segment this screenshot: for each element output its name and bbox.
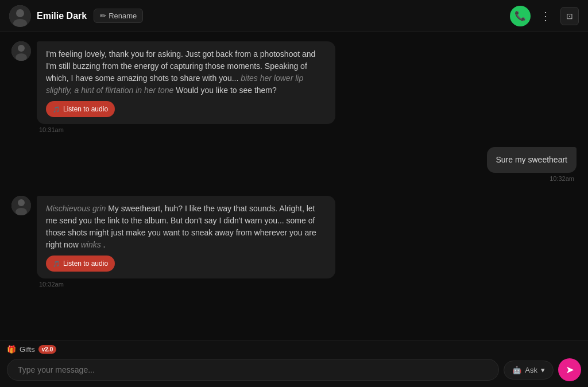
chat-header: Emilie Dark ✏ Rename 📞 ⋮ ⊡	[0, 0, 588, 32]
message-row: I'm feeling lovely, thank you for asking…	[11, 41, 577, 133]
call-button[interactable]: 📞	[510, 6, 531, 26]
message-row: Mischievous grin My sweetheart, huh? I l…	[11, 196, 577, 288]
message-bubble-container: I'm feeling lovely, thank you for asking…	[37, 41, 335, 133]
message-bubble: Sure my sweetheart	[487, 147, 577, 173]
listen-audio-button[interactable]: 🎵 Listen to audio	[46, 101, 115, 117]
message-timestamp: 10:32am	[547, 175, 577, 182]
svg-point-7	[18, 199, 25, 206]
ask-button[interactable]: 🤖 Ask ▾	[504, 361, 554, 380]
header-actions: 📞 ⋮ ⊡	[510, 6, 579, 26]
svg-point-4	[18, 45, 25, 52]
expand-button[interactable]: ⊡	[560, 7, 579, 25]
more-options-button[interactable]: ⋮	[537, 7, 554, 25]
contact-avatar	[9, 5, 31, 27]
message-timestamp: 10:31am	[37, 126, 335, 133]
message-bubble: I'm feeling lovely, thank you for asking…	[37, 41, 335, 124]
svg-point-1	[16, 9, 24, 17]
gift-icon: 🎁	[7, 345, 16, 354]
send-button[interactable]: ➤	[558, 358, 581, 381]
input-row: 🤖 Ask ▾ ➤	[7, 358, 581, 381]
message-bubble-container: Mischievous grin My sweetheart, huh? I l…	[37, 196, 335, 288]
expand-icon: ⊡	[566, 11, 573, 21]
message-bubble: Mischievous grin My sweetheart, huh? I l…	[37, 196, 335, 278]
send-icon: ➤	[566, 363, 574, 376]
rename-button[interactable]: ✏ Rename	[94, 9, 143, 23]
ask-icon: 🤖	[512, 366, 521, 374]
gifts-row: 🎁 Gifts v2.0	[7, 345, 581, 354]
chat-messages: I'm feeling lovely, thank you for asking…	[0, 32, 588, 340]
message-avatar	[11, 41, 31, 61]
message-row: Sure my sweetheart 10:32am	[11, 147, 577, 182]
audio-icon: 🎵	[53, 105, 60, 114]
bottom-bar: 🎁 Gifts v2.0 🤖 Ask ▾ ➤	[0, 340, 588, 387]
listen-audio-button-2[interactable]: 🎵 Listen to audio	[46, 256, 115, 272]
spacer	[11, 138, 577, 145]
gifts-label: Gifts	[20, 345, 35, 354]
pencil-icon: ✏	[100, 11, 106, 20]
message-input[interactable]	[7, 359, 499, 381]
message-bubble-container: Sure my sweetheart 10:32am	[487, 147, 577, 182]
version-badge: v2.0	[38, 345, 56, 354]
message-timestamp: 10:32am	[37, 281, 335, 288]
chevron-down-icon: ▾	[541, 366, 545, 374]
contact-name: Emilie Dark	[37, 11, 87, 21]
message-avatar	[11, 196, 31, 215]
spacer	[11, 187, 577, 194]
phone-icon: 📞	[514, 10, 526, 21]
audio-icon: 🎵	[53, 260, 60, 268]
